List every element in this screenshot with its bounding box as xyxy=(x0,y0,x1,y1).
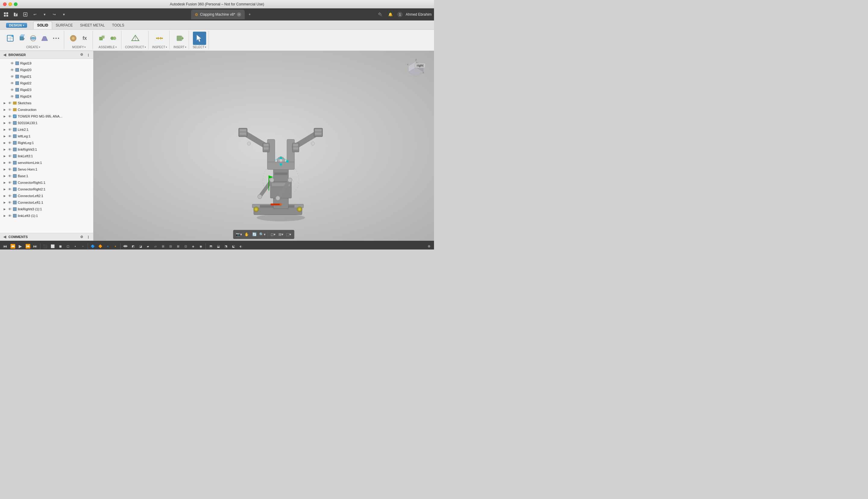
joint-icon-2[interactable]: ⬜ xyxy=(49,243,56,250)
view-cube[interactable]: X Y Z right xyxy=(404,57,428,81)
list-item[interactable]: ▶ 👁 linkRighht3:1 xyxy=(0,146,93,153)
visibility-icon[interactable]: 👁 xyxy=(8,141,12,145)
play-forward-button[interactable]: ⏩ xyxy=(24,243,31,250)
close-button[interactable] xyxy=(3,2,7,6)
visibility-icon[interactable]: 👁 xyxy=(8,101,12,105)
list-item[interactable]: 👁 Rigid22 xyxy=(0,80,93,86)
visibility-icon[interactable]: 👁 xyxy=(8,187,12,191)
tab-surface[interactable]: SURFACE xyxy=(52,21,76,29)
assemble2-button[interactable] xyxy=(108,33,119,44)
tb-btn-b[interactable]: ◪ xyxy=(137,243,144,250)
joint-icon-3[interactable]: ◼ xyxy=(57,243,64,250)
minimize-button[interactable] xyxy=(9,2,12,6)
viewport-hand-icon[interactable]: ✋ xyxy=(244,231,250,238)
tb-btn-l[interactable]: ⬓ xyxy=(215,243,221,250)
list-item[interactable]: 👁 Rigid20 xyxy=(0,66,93,73)
list-item[interactable]: ▶ 👁 Link2:1 xyxy=(0,126,93,133)
list-item[interactable]: ▶ 👁 ConnectorRight1:1 xyxy=(0,179,93,186)
construct-button[interactable] xyxy=(130,33,141,44)
list-item[interactable]: 👁 Rigid24 xyxy=(0,93,93,100)
list-item[interactable]: ▶ 👁 linkLeft3 (1):1 xyxy=(0,212,93,219)
visibility-icon[interactable]: 👁 xyxy=(8,200,12,205)
play-begin-button[interactable]: ⏮ xyxy=(2,243,9,250)
play-button[interactable]: ▶ xyxy=(17,243,24,250)
grid-icon[interactable] xyxy=(2,11,10,18)
list-item[interactable]: ▶ 👁 RightLeg:1 xyxy=(0,139,93,146)
modify-button[interactable] xyxy=(68,33,79,44)
list-item[interactable]: ▶ 👁 Construction xyxy=(0,106,93,113)
visibility-icon[interactable]: 👁 xyxy=(8,207,12,211)
anim-icon-1[interactable]: 🔷 xyxy=(89,243,96,250)
list-item[interactable]: ▶ 👁 🔗 TOWER PRO MG-995, ANA... xyxy=(0,113,93,120)
play-back-button[interactable]: ⏪ xyxy=(9,243,16,250)
tab-sheet-metal[interactable]: SHEET METAL xyxy=(76,21,109,29)
list-item[interactable]: 👁 Rigid23 xyxy=(0,86,93,93)
visibility-icon[interactable]: 👁 xyxy=(8,154,12,158)
undo-dropdown-icon[interactable]: ▾ xyxy=(41,11,48,18)
select-button[interactable] xyxy=(193,32,206,45)
joint-icon-6[interactable]: ▫ xyxy=(80,243,86,250)
comments-collapse-icon[interactable]: ◀ xyxy=(2,235,7,239)
list-item[interactable]: ▶ 👁 linkLeft3:1 xyxy=(0,153,93,159)
tab-solid[interactable]: SOLID xyxy=(33,21,52,29)
browser-settings-icon[interactable]: ⚙ xyxy=(79,52,84,57)
maximize-button[interactable] xyxy=(14,2,17,6)
anim-icon-4[interactable]: 🔸 xyxy=(112,243,119,250)
active-tab[interactable]: ⚙ Clapping Machine v8* × xyxy=(191,10,245,19)
list-item[interactable]: 👁 Rigid19 xyxy=(0,60,93,66)
tb-btn-o[interactable]: ⬖ xyxy=(237,243,244,250)
visibility-icon[interactable]: 👁 xyxy=(10,94,14,99)
visibility-icon[interactable]: 👁 xyxy=(10,74,14,78)
viewport-grid-icon[interactable]: ⊞▾ xyxy=(278,231,284,238)
tb-btn-j[interactable]: ◉ xyxy=(197,243,204,250)
viewport-env-icon[interactable]: ⬚▾ xyxy=(285,231,292,238)
visibility-icon[interactable]: 👁 xyxy=(8,174,12,178)
save-local-icon[interactable] xyxy=(22,11,29,18)
visibility-icon[interactable]: 👁 xyxy=(10,68,14,72)
visibility-icon[interactable]: 👁 xyxy=(8,108,12,112)
tb-btn-c[interactable]: ▰ xyxy=(145,243,151,250)
tb-btn-g[interactable]: ⊠ xyxy=(175,243,181,250)
fx-button[interactable]: fx xyxy=(79,33,90,44)
tb-btn-k[interactable]: ⬒ xyxy=(207,243,214,250)
insert-button[interactable] xyxy=(174,33,185,44)
tb-btn-f[interactable]: ⊟ xyxy=(167,243,174,250)
viewport-zoom-icon[interactable]: 🔍▾ xyxy=(259,231,266,238)
list-item[interactable]: ▶ 👁 ConnectorLeft1:1 xyxy=(0,199,93,206)
list-item[interactable]: 👁 Rigid21 xyxy=(0,73,93,80)
joint-icon-5[interactable]: ▪ xyxy=(72,243,79,250)
visibility-icon[interactable]: 👁 xyxy=(10,61,14,65)
tb-btn-i[interactable]: ◈ xyxy=(190,243,196,250)
redo-icon[interactable]: ↪ xyxy=(51,11,58,18)
design-button[interactable]: DESIGN ▾ xyxy=(2,21,31,29)
assemble-button[interactable] xyxy=(96,33,107,44)
viewport[interactable]: X Y Z right 📷▾ ✋ 🔄 🔍▾ ◻▾ ⊞▾ ⬚▾ xyxy=(94,51,434,241)
browser-pin-icon[interactable]: | xyxy=(86,52,91,57)
list-item[interactable]: ▶ 👁 ConnectorRight2:1 xyxy=(0,186,93,193)
list-item[interactable]: ▶ 👁 linkRighht3 (1):1 xyxy=(0,206,93,212)
list-item[interactable]: ▶ 👁 leftLeg:1 xyxy=(0,133,93,139)
tb-btn-e[interactable]: ⊞ xyxy=(160,243,166,250)
comments-settings-icon[interactable]: ⚙ xyxy=(79,234,84,239)
viewport-camera-icon[interactable]: 📷▾ xyxy=(236,231,242,238)
inspect-button[interactable] xyxy=(154,33,165,44)
visibility-icon[interactable]: 👁 xyxy=(8,114,12,119)
list-item[interactable]: ▶ 👁 Sketches xyxy=(0,100,93,106)
notification-icon[interactable]: 🔔 xyxy=(387,11,394,18)
browser-collapse-icon[interactable]: ◀ xyxy=(2,53,7,57)
visibility-icon[interactable]: 👁 xyxy=(10,81,14,85)
visibility-icon[interactable]: 👁 xyxy=(8,147,12,151)
save-icon[interactable] xyxy=(12,11,19,18)
create-more-button[interactable] xyxy=(51,33,61,44)
list-item[interactable]: ▶ 👁 ConnectorLeft2:1 xyxy=(0,193,93,199)
tb-btn-m[interactable]: ⬔ xyxy=(222,243,229,250)
tb-btn-h[interactable]: ⊡ xyxy=(182,243,189,250)
viewport-display-icon[interactable]: ◻▾ xyxy=(270,231,277,238)
list-item[interactable]: ▶ 👁 92010A130:1 xyxy=(0,120,93,126)
tab-tools[interactable]: TOOLS xyxy=(109,21,128,29)
tb-btn-a[interactable]: ◩ xyxy=(130,243,136,250)
visibility-icon[interactable]: 👁 xyxy=(8,127,12,132)
visibility-icon[interactable]: 👁 xyxy=(8,214,12,218)
loft-button[interactable] xyxy=(39,33,50,44)
visibility-icon[interactable]: 👁 xyxy=(8,194,12,198)
